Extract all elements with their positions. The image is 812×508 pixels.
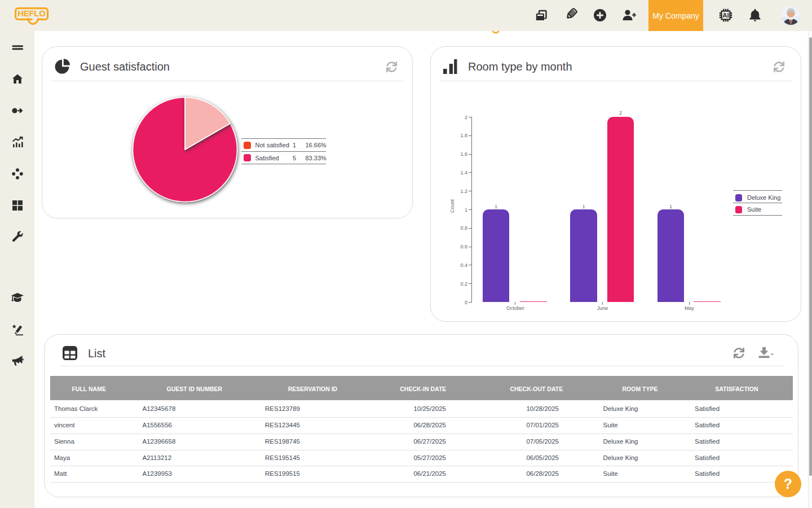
svg-text:AI: AI xyxy=(722,12,729,19)
svg-text:HEFLO: HEFLO xyxy=(17,8,46,18)
